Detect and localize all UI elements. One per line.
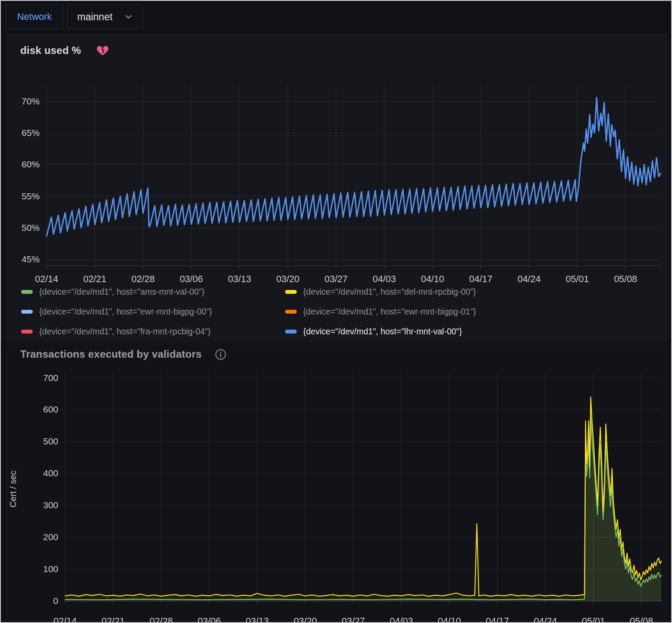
svg-text:03/20: 03/20 xyxy=(276,274,299,284)
chevron-down-icon xyxy=(124,12,133,22)
svg-text:05/08: 05/08 xyxy=(630,616,653,623)
panel-title-transactions: Transactions executed by validators xyxy=(20,348,202,360)
svg-text:04/10: 04/10 xyxy=(421,274,444,284)
svg-text:500: 500 xyxy=(43,436,58,446)
svg-text:300: 300 xyxy=(43,500,58,510)
svg-text:02/14: 02/14 xyxy=(53,616,77,623)
legend-swatch xyxy=(285,290,297,294)
svg-text:02/21: 02/21 xyxy=(101,616,125,623)
legend-item[interactable]: {device="/dev/md1", host="ams-mnt-val-00… xyxy=(21,285,285,298)
svg-text:05/01: 05/01 xyxy=(582,616,605,623)
transactions-chart: 010020030040050060070002/1402/2102/2803/… xyxy=(7,368,667,623)
svg-text:05/01: 05/01 xyxy=(566,274,589,284)
disk-used-legend: {device="/dev/md1", host="ams-mnt-val-00… xyxy=(21,285,658,338)
legend-item[interactable]: {device="/dev/md1", host="lhr-mnt-val-00… xyxy=(285,325,658,338)
svg-text:700: 700 xyxy=(43,373,58,383)
legend-item[interactable]: {device="/dev/md1", host="fra-mnt-rpcbig… xyxy=(21,325,285,338)
svg-text:03/13: 03/13 xyxy=(246,616,269,623)
svg-text:100: 100 xyxy=(43,564,58,574)
legend-swatch xyxy=(21,290,33,294)
svg-text:03/06: 03/06 xyxy=(198,616,221,623)
svg-text:03/20: 03/20 xyxy=(294,616,317,623)
alert-heart-break-icon[interactable] xyxy=(97,45,109,56)
svg-text:02/28: 02/28 xyxy=(132,274,155,284)
svg-text:03/27: 03/27 xyxy=(324,274,348,284)
panel-transactions: Transactions executed by validators Cert… xyxy=(7,343,667,623)
info-circle-icon[interactable] xyxy=(215,349,226,360)
svg-text:50%: 50% xyxy=(22,223,40,233)
svg-text:02/21: 02/21 xyxy=(83,274,107,284)
svg-text:02/14: 02/14 xyxy=(35,274,58,284)
legend-item[interactable]: {device="/dev/md1", host="ewr-mnt-bigpg-… xyxy=(21,305,285,318)
svg-text:02/28: 02/28 xyxy=(150,616,173,623)
legend-label[interactable]: {device="/dev/md1", host="ewr-mnt-bigpg-… xyxy=(39,307,212,317)
variable-label-box: Network xyxy=(6,5,63,29)
legend-item[interactable]: {device="/dev/md1", host="ewr-mnt-bigpg-… xyxy=(285,305,658,318)
svg-text:04/24: 04/24 xyxy=(534,616,557,623)
svg-text:400: 400 xyxy=(43,468,58,478)
svg-text:600: 600 xyxy=(43,404,58,414)
svg-text:0: 0 xyxy=(53,596,58,606)
svg-text:04/24: 04/24 xyxy=(518,274,541,284)
legend-item[interactable]: {device="/dev/md1", host="del-mnt-rpcbig… xyxy=(285,285,658,298)
svg-text:03/13: 03/13 xyxy=(228,274,251,284)
legend-label[interactable]: {device="/dev/md1", host="del-mnt-rpcbig… xyxy=(303,287,476,297)
legend-label[interactable]: {device="/dev/md1", host="ams-mnt-val-00… xyxy=(39,287,204,297)
legend-swatch xyxy=(21,330,33,334)
svg-text:45%: 45% xyxy=(22,254,40,264)
variable-value[interactable]: mainnet xyxy=(77,11,113,23)
legend-swatch xyxy=(285,330,297,334)
svg-text:200: 200 xyxy=(43,532,58,542)
variable-value-dropdown[interactable]: mainnet xyxy=(67,5,143,29)
legend-swatch xyxy=(21,310,33,314)
variable-label: Network xyxy=(17,11,52,22)
svg-text:03/06: 03/06 xyxy=(180,274,203,284)
legend-swatch xyxy=(285,310,297,314)
svg-text:55%: 55% xyxy=(22,191,40,201)
svg-text:04/03: 04/03 xyxy=(373,274,396,284)
svg-text:04/10: 04/10 xyxy=(438,616,461,623)
panel-title-disk-used: disk used % xyxy=(20,44,81,57)
legend-label[interactable]: {device="/dev/md1", host="fra-mnt-rpcbig… xyxy=(39,327,210,337)
legend-label[interactable]: {device="/dev/md1", host="lhr-mnt-val-00… xyxy=(303,327,462,337)
svg-text:05/08: 05/08 xyxy=(614,274,637,284)
disk-used-chart: 45%50%55%60%65%70%02/1402/2102/2803/0603… xyxy=(7,82,667,284)
panel-disk-used: disk used % 45%50%55%60%65%70%02/1402/21… xyxy=(7,34,667,342)
svg-text:04/03: 04/03 xyxy=(390,616,413,623)
legend-label[interactable]: {device="/dev/md1", host="ewr-mnt-bigpg-… xyxy=(303,307,476,317)
svg-text:70%: 70% xyxy=(22,96,40,106)
svg-text:04/17: 04/17 xyxy=(469,274,493,284)
svg-text:03/27: 03/27 xyxy=(342,616,365,623)
dashboard-toolbar: Network mainnet xyxy=(1,1,671,33)
svg-text:65%: 65% xyxy=(22,128,40,138)
svg-text:04/17: 04/17 xyxy=(486,616,509,623)
svg-text:60%: 60% xyxy=(22,159,40,169)
